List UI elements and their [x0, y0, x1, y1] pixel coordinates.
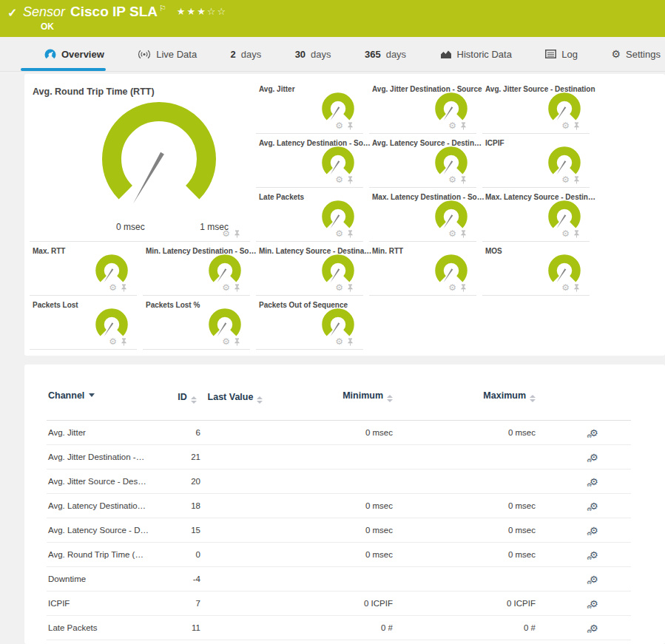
gauge-tile[interactable]: Packets Lost ⚙ [30, 296, 137, 350]
pin-icon[interactable] [347, 284, 354, 292]
tab-live-data[interactable]: Live Data [138, 37, 197, 71]
channel-maximum: 0 msec [394, 526, 537, 535]
channel-settings-icon[interactable]: ⚙⚙ [590, 526, 603, 535]
tab-30-days[interactable]: 30 days [295, 37, 331, 71]
channel-name: ICPIF [47, 599, 172, 608]
gear-icon[interactable]: ⚙ [448, 175, 456, 184]
gear-icon[interactable]: ⚙ [448, 283, 456, 292]
channel-settings-icon[interactable]: ⚙⚙ [590, 453, 603, 462]
gauge-tile[interactable]: Min. Latency Destination - So… ⚙ [143, 242, 250, 296]
tab-settings[interactable]: ⚙ Settings [611, 37, 661, 71]
gear-icon[interactable]: ⚙ [335, 229, 343, 238]
channel-settings-icon[interactable]: ⚙⚙ [590, 501, 603, 511]
channel-id: -4 [172, 574, 202, 583]
tab-365-days[interactable]: 365 days [365, 37, 406, 71]
gear-icon[interactable]: ⚙ [335, 283, 343, 292]
channel-table: Channel ID Last Value Minimum Maximum Av… [47, 387, 631, 640]
pin-icon[interactable] [234, 338, 240, 346]
tab-historic-data[interactable]: Historic Data [440, 37, 512, 71]
channel-id: 21 [172, 453, 202, 461]
gauge-tile[interactable]: Min. Latency Source - Destina… ⚙ [256, 242, 363, 296]
gauge-tile[interactable]: Max. Latency Source - Destin… ⚙ [482, 188, 590, 242]
live-data-icon [138, 50, 151, 59]
pin-icon[interactable] [460, 284, 467, 292]
channel-id: 15 [172, 526, 202, 535]
gauge-tile[interactable]: Packets Lost % ⚙ [143, 296, 250, 350]
channel-minimum: 0 msec [269, 526, 394, 535]
pin-icon[interactable] [234, 230, 240, 238]
tile-title: Min. Latency Destination - So… [146, 247, 256, 255]
gear-icon[interactable]: ⚙ [448, 121, 456, 130]
col-header-last-value[interactable]: Last Value [202, 387, 269, 404]
table-row: Avg. Jitter Destination -… 21 ⚙⚙ [47, 445, 631, 470]
pin-icon[interactable] [573, 230, 580, 238]
gauge-tile[interactable]: Avg. Latency Destination - So… ⚙ [256, 134, 363, 188]
channel-name: Downtime [47, 574, 172, 583]
gear-icon[interactable]: ⚙ [109, 283, 117, 292]
gear-icon[interactable]: ⚙ [335, 337, 343, 346]
gauge-tile[interactable]: Avg. Jitter Source - Destination ⚙ [482, 80, 590, 134]
channel-settings-icon[interactable]: ⚙⚙ [590, 623, 603, 633]
tab-2-days[interactable]: 2 days [231, 37, 262, 71]
channel-minimum: 0 msec [269, 428, 394, 437]
pin-icon[interactable] [347, 122, 354, 130]
table-row: Avg. Jitter 6 0 msec 0 msec ⚙⚙ [47, 421, 631, 445]
channel-settings-icon[interactable]: ⚙⚙ [590, 574, 603, 584]
pin-icon[interactable] [121, 284, 127, 292]
channel-settings-icon[interactable]: ⚙⚙ [590, 599, 603, 609]
pin-icon[interactable] [121, 338, 127, 346]
sensor-overview-page: ✓ SensorCisco IP SLA⚐★★★☆☆ OK Overview L… [0, 0, 665, 644]
channel-id: 20 [172, 477, 202, 486]
gear-icon[interactable]: ⚙ [335, 175, 343, 184]
object-kind-label: Sensor [23, 4, 65, 19]
tile-title: Avg. Latency Destination - So… [259, 139, 371, 147]
priority-stars[interactable]: ★★★☆☆ [177, 6, 227, 17]
channel-settings-icon[interactable]: ⚙⚙ [590, 550, 603, 560]
pin-icon[interactable] [347, 176, 354, 184]
col-header-id[interactable]: ID [172, 387, 202, 404]
gear-icon[interactable]: ⚙ [561, 121, 570, 130]
gear-icon[interactable]: ⚙ [561, 283, 570, 292]
gauge-tile[interactable]: Avg. Jitter ⚙ [256, 80, 363, 134]
gauge-tile[interactable]: MOS ⚙ [482, 242, 590, 296]
pin-icon[interactable] [460, 230, 467, 238]
gauge: 0 msec 1 msec [85, 96, 233, 232]
channel-id: 7 [172, 599, 202, 608]
gear-icon[interactable]: ⚙ [561, 175, 570, 184]
pin-icon[interactable] [460, 176, 467, 184]
gauge-tile[interactable]: Late Packets ⚙ [256, 188, 363, 242]
gauge-tile[interactable]: Avg. Jitter Destination - Source ⚙ [369, 80, 476, 134]
channel-minimum: 0 msec [269, 550, 394, 559]
gauge-tile[interactable]: Max. RTT ⚙ [30, 242, 137, 296]
pin-icon[interactable] [347, 338, 354, 346]
channel-settings-icon[interactable]: ⚙⚙ [590, 477, 603, 487]
gauge-tile[interactable]: Min. RTT ⚙ [369, 242, 476, 296]
gear-icon[interactable]: ⚙ [561, 229, 570, 238]
pin-icon[interactable] [234, 284, 240, 292]
pin-icon[interactable] [573, 122, 580, 130]
col-header-channel[interactable]: Channel [47, 387, 172, 401]
gear-icon[interactable]: ⚙ [222, 283, 230, 292]
tile-title: Max. Latency Destination - So… [372, 193, 485, 201]
col-header-minimum[interactable]: Minimum [269, 387, 394, 402]
gauge-tile[interactable]: Max. Latency Destination - So… ⚙ [369, 188, 476, 242]
gear-icon[interactable]: ⚙ [109, 337, 117, 346]
gear-icon[interactable]: ⚙ [222, 337, 230, 346]
gear-icon[interactable]: ⚙ [448, 229, 456, 238]
gauge-icon [44, 49, 56, 59]
gauge-tile[interactable]: ICPIF ⚙ [482, 134, 590, 188]
tab-overview[interactable]: Overview [44, 37, 104, 71]
primary-gauge-tile[interactable]: Avg. Round Trip Time (RTT) 0 msec 1 msec… [30, 80, 250, 242]
gear-icon[interactable]: ⚙ [335, 121, 343, 130]
gauge-tile[interactable]: Packets Out of Sequence ⚙ [256, 296, 363, 350]
channel-settings-icon[interactable]: ⚙⚙ [590, 428, 603, 438]
gauge-tile[interactable]: Avg. Latency Source - Destin… ⚙ [369, 134, 476, 188]
pin-icon[interactable] [460, 122, 467, 130]
pin-icon[interactable] [573, 176, 580, 184]
col-header-maximum[interactable]: Maximum [394, 387, 537, 402]
channel-maximum: 0 msec [394, 501, 537, 510]
pin-icon[interactable] [347, 230, 354, 238]
pin-icon[interactable] [573, 284, 580, 292]
gear-icon[interactable]: ⚙ [222, 229, 230, 238]
tab-log[interactable]: Log [545, 37, 578, 71]
